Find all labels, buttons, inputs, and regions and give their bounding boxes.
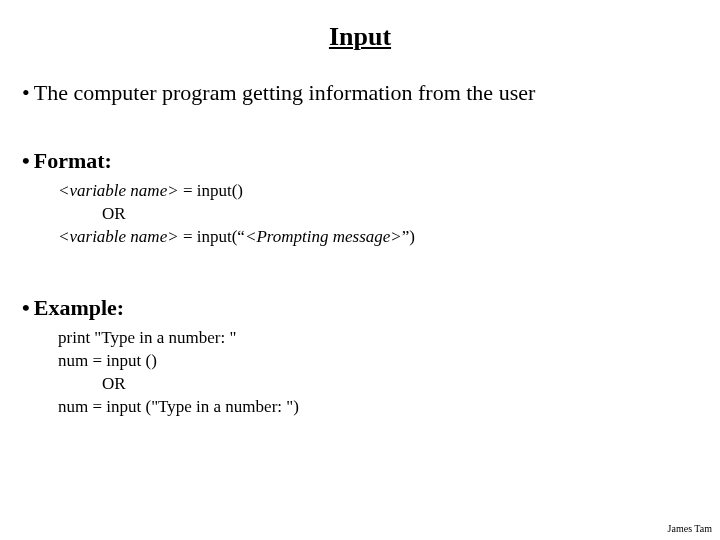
slide-body: •The computer program getting informatio…: [0, 52, 720, 419]
bullet-description-text: The computer program getting information…: [34, 80, 536, 105]
slide-title: Input: [0, 0, 720, 52]
format-var2: <variable name>: [58, 227, 179, 246]
format-var1: <variable name>: [58, 181, 179, 200]
bullet-example: •Example:: [22, 295, 698, 321]
format-line-1: <variable name> = input(): [58, 180, 698, 203]
format-prompt: <Prompting message>: [245, 227, 402, 246]
format-or: OR: [102, 203, 698, 226]
format-mid2: = input(“: [179, 227, 245, 246]
example-line-1: print "Type in a number: ": [58, 327, 698, 350]
example-line-2: num = input (): [58, 350, 698, 373]
format-eq1: = input(): [179, 181, 243, 200]
bullet-icon: •: [22, 295, 30, 320]
slide: Input •The computer program getting info…: [0, 0, 720, 540]
bullet-description: •The computer program getting informatio…: [22, 80, 698, 106]
footer-author: James Tam: [668, 523, 712, 534]
bullet-icon: •: [22, 80, 30, 105]
bullet-example-label: Example:: [34, 295, 124, 320]
format-line-2: <variable name> = input(“<Prompting mess…: [58, 226, 698, 249]
bullet-icon: •: [22, 148, 30, 173]
format-post2: ”): [402, 227, 415, 246]
example-or: OR: [102, 373, 698, 396]
bullet-format: •Format:: [22, 148, 698, 174]
example-line-3: num = input ("Type in a number: "): [58, 396, 698, 419]
bullet-format-label: Format:: [34, 148, 112, 173]
